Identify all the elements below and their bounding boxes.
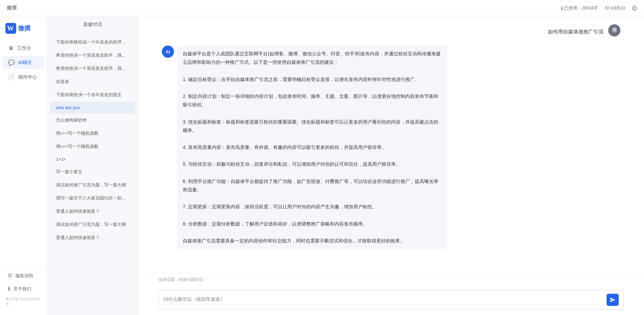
quick-topics: 选择话题，快速与我对话： [138, 273, 644, 287]
input-area [138, 287, 644, 315]
conversation-item-2[interactable]: 希望你扮演一个英语发音助手，我提供给你... [50, 62, 135, 75]
icp-text: 粤ICP备2022015948号 [0, 295, 47, 308]
ai-chat-icon: 💬 [8, 59, 15, 66]
about-label: 关于我们 [13, 286, 31, 292]
id-label: ID:100519 [605, 5, 625, 10]
info-icon: ℹ [561, 5, 563, 11]
send-button[interactable] [607, 294, 619, 306]
conversation-item-6[interactable]: 怎么做狗屎炒肉 [50, 114, 135, 127]
conversation-item-11[interactable]: 请以如何推广引流为题，写一篇大纲 [50, 179, 135, 191]
message-content-1: 自媒体平台是个人或团队通过互联网平台(如博客、微博、微信公众号、抖音、快手等)发… [177, 46, 447, 249]
topbar: 微撰 ℹ 已使用：28318字 ID:100519 ⏻ [0, 0, 644, 16]
conversation-item-3[interactable]: 你是谁 [50, 75, 135, 88]
nav-items: 🖥 工作台 💬 AI聊天 📄 稿件中心 [0, 42, 47, 266]
user-avatar: 用 [608, 24, 620, 36]
power-icon[interactable]: ⏻ [632, 5, 637, 11]
message-row-0: 用如何用自媒体做推广引流 [158, 24, 624, 39]
ai-avatar: AI [162, 46, 174, 58]
ai-chat-label: AI聊天 [18, 60, 32, 66]
message-text-1: 自媒体平台是个人或团队通过互联网平台(如博客、微博、微信公众号、抖音、快手等)发… [177, 46, 447, 249]
logo-area: W 微撰 [0, 23, 47, 42]
workbench-icon: 🖥 [8, 45, 13, 51]
logo-icon: W [5, 23, 16, 34]
new-chat-button[interactable]: 新建对话 [47, 16, 138, 33]
components-icon: 📄 [8, 74, 15, 80]
workbench-label: 工作台 [17, 45, 31, 51]
message-content-0: 如何用自媒体做推广引流 [547, 24, 605, 39]
topbar-right: ℹ 已使用：28318字 ID:100519 ⏻ [561, 5, 637, 11]
sidebar-item-components[interactable]: 📄 稿件中心 [3, 71, 44, 84]
main-layout: W 微撰 🖥 工作台 💬 AI聊天 📄 稿件中心 © 版权说明 [0, 16, 644, 315]
chat-messages: 用如何用自媒体做推广引流AI自媒体平台是个人或团队通过互联网平台(如博客、微博、… [138, 16, 644, 273]
about-icon: ℹ [8, 286, 10, 292]
conversation-item-8[interactable]: 用c++写一个随机函数 [50, 140, 135, 153]
sidebar-item-workbench[interactable]: 🖥 工作台 [3, 42, 44, 55]
input-box [158, 290, 624, 310]
svg-text:W: W [7, 25, 14, 32]
copyright-label: 版权说明 [16, 273, 33, 279]
copyright-icon: © [8, 273, 12, 279]
chat-area: 用如何用自媒体做推广引流AI自媒体平台是个人或团队通过互联网平台(如博客、微博、… [138, 16, 644, 315]
nav-bottom: © 版权说明 ℹ 关于我们 粤ICP备2022015948号 [0, 266, 47, 312]
conversation-item-1[interactable]: 希望你扮演一个英语发音助手，我提供给你... [50, 49, 135, 62]
chat-input[interactable] [164, 296, 603, 304]
logo-text: 微撰 [18, 24, 30, 32]
sidebar-item-copyright[interactable]: © 版权说明 [3, 269, 44, 282]
usage-info: ℹ 已使用：28318字 [561, 5, 598, 11]
components-label: 稿件中心 [18, 74, 37, 80]
usage-label: 已使用：28318字 [564, 5, 598, 11]
conversation-item-12[interactable]: 撰写一篇关于八大家花园社区一刻钟便民生... [50, 192, 135, 205]
conversation-item-7[interactable]: 用c++写一个随机函数 [50, 127, 135, 140]
topbar-title: 微撰 [7, 5, 17, 11]
conversation-item-14[interactable]: 请以如何推广引流为题，写一篇大纲 [50, 218, 135, 231]
conversation-item-13[interactable]: 普通人如何快速致富？ [50, 205, 135, 218]
sidebar-item-about[interactable]: ℹ 关于我们 [3, 282, 44, 295]
send-icon [610, 297, 616, 303]
sidebar-item-ai-chat[interactable]: 💬 AI聊天 [3, 56, 44, 69]
message-row-1: AI自媒体平台是个人或团队通过互联网平台(如博客、微博、微信公众号、抖音、快手等… [158, 46, 624, 249]
message-text-0: 如何用自媒体做推广引流 [547, 24, 605, 39]
conversation-item-10[interactable]: 写一篇小黄文 [50, 165, 135, 178]
conversation-item-5[interactable]: who are you [50, 102, 135, 113]
conversation-item-4[interactable]: 下面你将扮演一个名叫圣友的医生 [50, 88, 135, 101]
conversation-list: 下面你将模拟成一个叫圣友的程序员，我说...希望你扮演一个英语发音助手，我提供给… [47, 33, 138, 315]
conversation-item-9[interactable]: 1+1= [50, 153, 135, 165]
quick-topics-label: 选择话题，快速与我对话： [158, 277, 624, 283]
conversation-item-0[interactable]: 下面你将模拟成一个叫圣友的程序员，我说... [50, 36, 135, 49]
sidebar: 新建对话 下面你将模拟成一个叫圣友的程序员，我说...希望你扮演一个英语发音助手… [47, 16, 138, 315]
conversation-item-15[interactable]: 普通人如何快速致富？ [50, 231, 135, 244]
left-nav: W 微撰 🖥 工作台 💬 AI聊天 📄 稿件中心 © 版权说明 [0, 16, 47, 315]
